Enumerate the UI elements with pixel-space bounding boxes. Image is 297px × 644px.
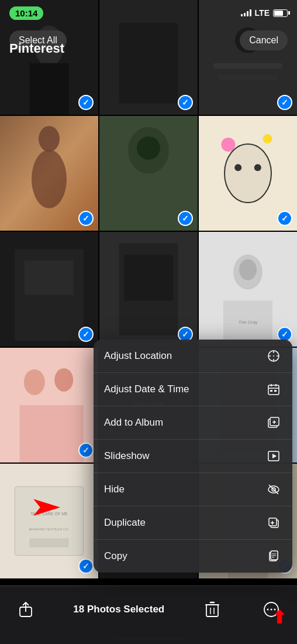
menu-item-label: Slideshow — [104, 450, 150, 462]
photo-cell[interactable]: The Only — [199, 232, 297, 347]
menu-item-add-to-album[interactable]: Add to Album — [94, 406, 292, 440]
signal-bar-1 — [241, 14, 243, 16]
svg-rect-7 — [213, 63, 282, 69]
svg-rect-35 — [20, 405, 84, 463]
duplicate-icon — [265, 515, 282, 531]
menu-item-hide[interactable]: Hide — [94, 473, 292, 506]
svg-point-33 — [24, 369, 45, 395]
signal-bars — [241, 9, 251, 16]
check-indicator — [277, 211, 292, 226]
photo-cell[interactable]: TAKE CARE OF ME MARIANA TEXTILES CO. — [0, 464, 98, 578]
menu-item-label: Add to Album — [104, 417, 163, 429]
menu-item-adjust-date-time[interactable]: Adjust Date & Time — [94, 373, 292, 406]
check-indicator — [178, 95, 193, 110]
photo-cell[interactable] — [99, 232, 198, 347]
svg-marker-67 — [272, 454, 277, 458]
battery-indicator — [273, 9, 288, 17]
svg-point-18 — [225, 144, 271, 203]
album-icon — [265, 415, 282, 431]
svg-point-51 — [273, 355, 274, 357]
signal-bar-3 — [247, 11, 248, 16]
lte-label: LTE — [255, 8, 270, 18]
svg-text:The Only: The Only — [239, 320, 257, 325]
delete-button[interactable] — [201, 598, 224, 621]
menu-item-label: Adjust Location — [104, 350, 172, 362]
svg-rect-8 — [219, 74, 278, 80]
bottom-toolbar: 18 Photos Selected — [0, 585, 297, 644]
svg-rect-60 — [270, 390, 272, 392]
svg-point-17 — [263, 134, 272, 143]
copy-icon — [265, 548, 282, 564]
photo-cell[interactable] — [199, 116, 297, 231]
menu-item-label: Duplicate — [104, 517, 146, 529]
menu-item-label: Copy — [104, 550, 127, 562]
menu-item-adjust-location[interactable]: Adjust Location — [94, 340, 292, 373]
svg-point-19 — [234, 164, 241, 171]
battery-level — [274, 11, 283, 16]
svg-point-34 — [54, 368, 73, 392]
svg-point-11 — [39, 126, 60, 152]
red-arrow-indicator: ➤ — [30, 494, 60, 520]
svg-point-16 — [221, 138, 235, 152]
check-indicator — [178, 211, 193, 226]
svg-text:MARIANA TEXTILES CO.: MARIANA TEXTILES CO. — [29, 527, 70, 531]
signal-bar-2 — [244, 13, 246, 16]
album-title: Pinterest — [9, 41, 64, 56]
svg-rect-23 — [25, 261, 74, 295]
check-indicator — [78, 211, 94, 226]
menu-item-duplicate[interactable]: Duplicate — [94, 506, 292, 540]
check-indicator — [78, 559, 94, 574]
check-indicator — [78, 95, 94, 110]
svg-point-29 — [239, 259, 257, 280]
photos-selected-label: 18 Photos Selected — [73, 604, 164, 615]
status-bar: 10:14 LTE — [0, 0, 297, 26]
svg-rect-2 — [29, 63, 68, 115]
calendar-icon — [265, 381, 282, 398]
svg-rect-61 — [274, 390, 277, 392]
photo-cell[interactable] — [99, 116, 198, 231]
photo-cell[interactable] — [0, 116, 98, 231]
check-indicator — [78, 443, 94, 458]
svg-rect-46 — [29, 538, 68, 547]
check-indicator — [277, 95, 292, 110]
context-menu: Adjust Location Adjust Date & Time — [94, 340, 292, 573]
photo-cell[interactable] — [0, 348, 98, 463]
svg-point-10 — [32, 150, 67, 208]
share-button[interactable] — [14, 598, 37, 621]
menu-item-slideshow[interactable]: Slideshow — [94, 440, 292, 473]
check-indicator — [78, 327, 94, 342]
photo-cell[interactable] — [0, 232, 98, 347]
adjust-location-icon — [265, 348, 282, 364]
svg-point-14 — [137, 136, 160, 160]
play-icon — [265, 448, 282, 464]
menu-item-label: Adjust Date & Time — [104, 383, 189, 395]
svg-point-88 — [267, 608, 268, 610]
status-right: LTE — [241, 8, 288, 18]
red-up-arrow-indicator: ⬆ — [272, 607, 286, 628]
status-time: 10:14 — [9, 6, 43, 20]
menu-item-label: Hide — [104, 484, 125, 495]
svg-rect-56 — [268, 385, 279, 395]
hide-icon — [265, 481, 282, 498]
svg-rect-26 — [124, 255, 173, 300]
svg-rect-82 — [206, 605, 218, 616]
signal-bar-4 — [250, 9, 251, 16]
svg-point-20 — [254, 164, 261, 171]
menu-item-copy[interactable]: Copy — [94, 540, 292, 573]
cancel-button[interactable]: Cancel — [240, 30, 288, 50]
